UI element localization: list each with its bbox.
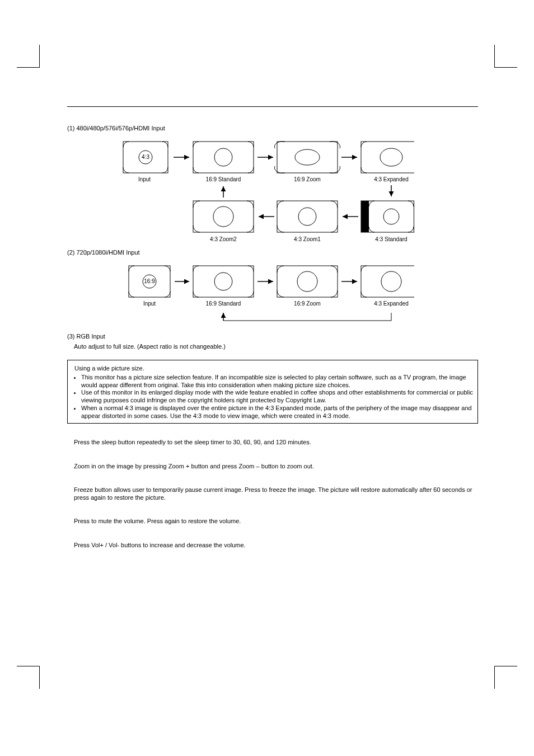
diagram-label: 16:9 Zoom [294,300,321,307]
svg-rect-13 [361,201,369,232]
svg-rect-6 [277,142,338,173]
body-paragraph: Press Vol+ / Vol- buttons to increase an… [74,541,478,549]
svg-point-7 [295,149,320,165]
horizontal-rule [67,106,478,107]
crop-mark [17,666,40,689]
svg-point-10 [380,148,402,166]
document-page: (1) 480i/480p/576i/576p/HDMI Input [0,0,534,756]
diagram-label: Input [138,176,151,182]
note-title: Using a wide picture size. [74,365,474,373]
section-2-diagram: 16:9 Input 16:9 Standard [67,259,478,330]
aspect-ratio-label: 4:3 [142,154,149,160]
svg-rect-20 [193,201,254,232]
diagram-label: 4:3 Zoom1 [294,236,321,242]
svg-point-15 [383,209,399,224]
svg-rect-26 [193,266,254,297]
svg-point-30 [297,271,317,292]
note-box: Using a wide picture size. This monitor … [67,360,478,424]
diagram-label: 16:9 Standard [206,300,241,307]
diagram-label: 4:3 Standard [375,236,407,242]
diagram-label: Input [143,300,156,307]
section-3-heading: (3) RGB Input [67,333,478,340]
section-1-heading: (1) 480i/480p/576i/576p/HDMI Input [67,125,478,132]
svg-point-4 [214,148,232,166]
svg-point-18 [298,208,316,226]
section-1-diagram: 4:3 Input 16:9 Standard [67,135,478,247]
diagram-label: 4:3 Zoom2 [210,236,237,242]
section-3-body: Auto adjust to full size. (Aspect ratio … [74,343,478,350]
crop-mark [17,45,40,68]
body-paragraph: Zoom in on the image by pressing Zoom + … [74,462,478,470]
crop-mark [494,666,517,689]
section-3: (3) RGB Input Auto adjust to full size. … [67,333,478,350]
svg-rect-17 [277,201,338,232]
crop-mark [494,45,517,68]
section-2-heading: (2) 720p/1080i/HDMI Input [67,249,478,256]
svg-point-33 [381,271,401,292]
body-paragraph: Press the sleep button repeatedly to set… [74,438,478,446]
svg-rect-3 [193,142,254,173]
body-paragraph: Press to mute the volume. Press again to… [74,517,478,525]
svg-rect-9 [361,142,414,173]
svg-rect-32 [361,266,414,297]
svg-point-27 [214,273,232,290]
svg-point-21 [213,206,233,227]
body-paragraph: Freeze button allows user to temporarily… [74,486,478,502]
diagram-label: 16:9 Standard [206,176,241,182]
diagram-label: 4:3 Expanded [374,300,409,307]
svg-rect-29 [277,266,338,297]
diagram-label: 4:3 Expanded [374,176,409,182]
note-bullet: This monitor has a picture size selectio… [81,374,474,389]
note-bullet: When a normal 4:3 image is displayed ove… [81,405,474,420]
diagram-label: 16:9 Zoom [294,176,321,182]
aspect-ratio-label: 16:9 [144,278,155,284]
page-content: (1) 480i/480p/576i/576p/HDMI Input [67,106,478,565]
note-bullet-list: This monitor has a picture size selectio… [71,374,474,420]
note-bullet: Use of this monitor in its enlarged disp… [81,389,474,405]
